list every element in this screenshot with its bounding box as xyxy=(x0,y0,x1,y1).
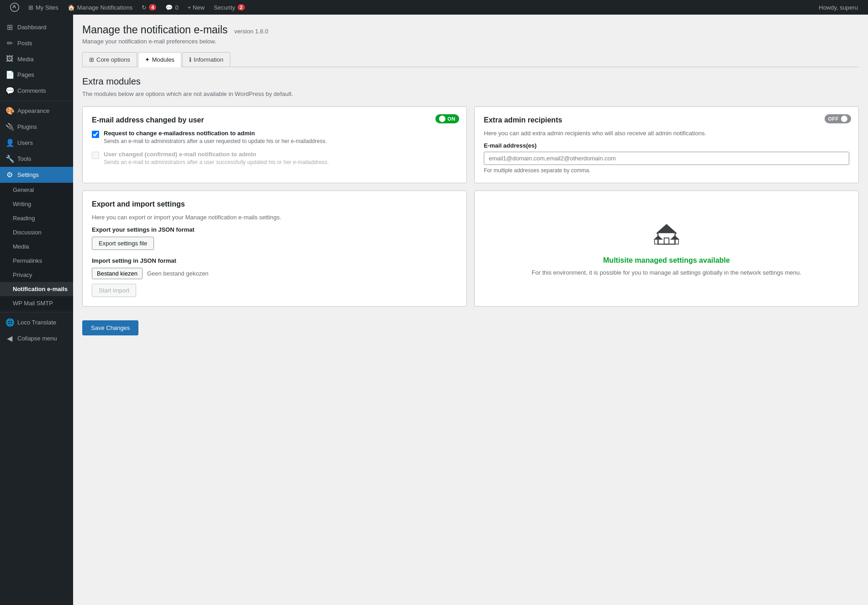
save-changes-label: Save Changes xyxy=(91,324,130,331)
multisite-title: Multisite managed settings available xyxy=(603,256,730,265)
checkbox-1-label: Request to change e-mailadress notificat… xyxy=(104,130,327,137)
security-item[interactable]: Security 2 xyxy=(209,0,249,15)
checkbox-1[interactable] xyxy=(92,131,99,138)
my-sites-item[interactable]: ⊞ My Sites xyxy=(24,0,63,15)
settings-icon: ⚙ xyxy=(5,170,14,179)
card-multisite: Multisite managed settings available For… xyxy=(474,191,859,307)
sidebar-item-reading[interactable]: Reading xyxy=(0,211,73,225)
users-icon: 👤 xyxy=(5,138,14,147)
page-subtitle: Manage your notification e-mail preferen… xyxy=(82,38,859,45)
admin-bar: ⊞ My Sites 🏠 Manage Notifications ↻ 4 💬 … xyxy=(0,0,868,15)
plugins-icon: 🔌 xyxy=(5,122,14,131)
updates-icon: ↻ xyxy=(142,4,147,11)
sidebar-label-tools: Tools xyxy=(17,155,31,162)
appearance-icon: 🎨 xyxy=(5,106,14,115)
section-title: Extra modules xyxy=(82,76,859,87)
export-import-title: Export and import settings xyxy=(92,200,457,208)
core-options-icon: ⊞ xyxy=(89,56,94,63)
save-changes-button[interactable]: Save Changes xyxy=(82,320,138,335)
comments-item[interactable]: 💬 0 xyxy=(161,0,183,15)
manage-notifications-item[interactable]: 🏠 Manage Notifications xyxy=(63,0,137,15)
sidebar-item-comments[interactable]: 💬 Comments xyxy=(0,83,73,99)
sidebar-item-general[interactable]: General xyxy=(0,183,73,197)
sidebar-item-media-sub[interactable]: Media xyxy=(0,239,73,254)
sidebar-item-posts[interactable]: ✏ Posts xyxy=(0,35,73,51)
sidebar-item-plugins[interactable]: 🔌 Plugins xyxy=(0,119,73,135)
email-changed-title: E-mail address changed by user xyxy=(92,116,457,124)
export-label: Export your settings in JSON format xyxy=(92,226,457,233)
updates-item[interactable]: ↻ 4 xyxy=(137,0,161,15)
toggle-knob-off xyxy=(841,116,847,122)
email-addresses-input[interactable] xyxy=(484,152,849,165)
new-item[interactable]: + New xyxy=(183,0,209,15)
pages-icon: 📄 xyxy=(5,70,14,79)
writing-label: Writing xyxy=(13,201,31,207)
card-email-changed: E-mail address changed by user ON Reques… xyxy=(82,106,467,183)
sidebar-item-dashboard[interactable]: ⊞ Dashboard xyxy=(0,19,73,35)
sidebar-item-users[interactable]: 👤 Users xyxy=(0,135,73,151)
new-label: + New xyxy=(188,4,205,11)
security-label: Security xyxy=(214,4,235,11)
security-badge: 2 xyxy=(238,4,245,11)
sidebar-item-notification-emails[interactable]: Notification e-mails xyxy=(0,282,73,296)
howdy-label: Howdy, superu xyxy=(819,4,858,11)
tabs: ⊞ Core options ✦ Modules ℹ Information xyxy=(82,52,859,67)
export-settings-button[interactable]: Export settings file xyxy=(92,237,154,250)
sidebar-item-collapse[interactable]: ◀ Collapse menu xyxy=(0,330,73,346)
email-changed-toggle[interactable]: ON xyxy=(435,114,460,123)
card-export-import: Export and import settings Here you can … xyxy=(82,191,467,307)
posts-icon: ✏ xyxy=(5,39,14,48)
sidebar-item-pages[interactable]: 📄 Pages xyxy=(0,67,73,83)
svg-marker-5 xyxy=(655,236,662,239)
layout: ⊞ Dashboard ✏ Posts 🖼 Media 📄 Pages 💬 Co… xyxy=(0,15,868,605)
dashboard-icon: ⊞ xyxy=(5,23,14,32)
extra-admin-toggle[interactable]: OFF xyxy=(825,114,852,123)
page-title: Manage the notification e-mails version … xyxy=(82,24,859,36)
my-sites-label: My Sites xyxy=(36,4,58,11)
tab-information[interactable]: ℹ Information xyxy=(182,52,230,67)
tab-information-label: Information xyxy=(194,56,223,63)
collapse-menu-label: Collapse menu xyxy=(17,335,57,342)
import-label: Import setting in JSON format xyxy=(92,257,457,264)
sidebar-item-wp-mail-smtp[interactable]: WP Mail SMTP xyxy=(0,296,73,310)
sidebar-item-appearance[interactable]: 🎨 Appearance xyxy=(0,103,73,119)
sidebar-label-appearance: Appearance xyxy=(17,107,49,114)
reading-label: Reading xyxy=(13,215,35,222)
sidebar-item-permalinks[interactable]: Permalinks xyxy=(0,254,73,268)
extra-admin-toggle-container[interactable]: OFF xyxy=(825,114,852,123)
sidebar-item-tools[interactable]: 🔧 Tools xyxy=(0,151,73,167)
sidebar-item-privacy[interactable]: Privacy xyxy=(0,268,73,282)
sidebar-item-loco-translate[interactable]: 🌐 Loco Translate xyxy=(0,314,73,330)
sidebar-item-discussion[interactable]: Discussion xyxy=(0,225,73,239)
sidebar-label-pages: Pages xyxy=(17,71,34,78)
sidebar-item-writing[interactable]: Writing xyxy=(0,197,73,211)
tab-core-options-label: Core options xyxy=(96,56,130,63)
sidebar-divider-1 xyxy=(0,101,73,101)
comments-icon: 💬 xyxy=(165,4,173,11)
checkbox-item-1: Request to change e-mailadress notificat… xyxy=(92,130,457,144)
cards-grid: E-mail address changed by user ON Reques… xyxy=(82,106,859,307)
multisite-icon xyxy=(653,221,680,250)
comments-sidebar-icon: 💬 xyxy=(5,86,14,95)
email-changed-toggle-container[interactable]: ON xyxy=(435,114,460,123)
tab-modules[interactable]: ✦ Modules xyxy=(138,52,181,67)
file-choose-button[interactable]: Bestand kiezen xyxy=(92,268,143,279)
start-import-button[interactable]: Start import xyxy=(92,284,136,297)
checkbox-1-sublabel: Sends an e-mail to administrators after … xyxy=(104,138,327,144)
tab-core-options[interactable]: ⊞ Core options xyxy=(82,52,137,67)
modules-icon: ✦ xyxy=(145,56,150,63)
sidebar-item-media[interactable]: 🖼 Media xyxy=(0,51,73,67)
my-sites-icon: ⊞ xyxy=(28,4,33,11)
manage-notifications-label: Manage Notifications xyxy=(77,4,132,11)
discussion-label: Discussion xyxy=(13,229,42,236)
toggle-label-off: OFF xyxy=(828,116,839,122)
svg-marker-1 xyxy=(657,225,676,234)
section-description: The modules below are options which are … xyxy=(82,90,859,97)
sidebar: ⊞ Dashboard ✏ Posts 🖼 Media 📄 Pages 💬 Co… xyxy=(0,15,73,605)
wp-logo-item[interactable] xyxy=(5,0,24,15)
updates-badge: 4 xyxy=(149,4,156,11)
checkbox-2[interactable] xyxy=(92,152,99,159)
howdy-item[interactable]: Howdy, superu xyxy=(814,0,863,15)
sidebar-item-settings[interactable]: ⚙ Settings xyxy=(0,167,73,183)
start-import-label: Start import xyxy=(99,287,129,294)
